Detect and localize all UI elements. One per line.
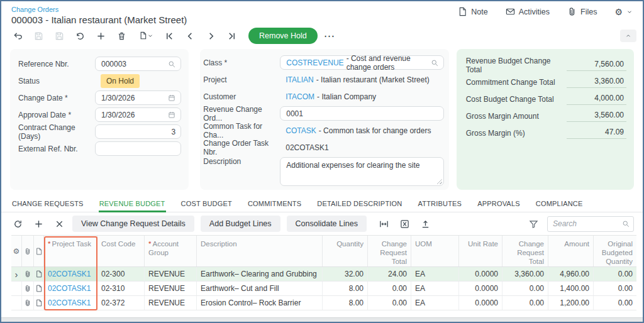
customer-code-link[interactable]: ITACOM	[286, 92, 314, 101]
cost-code-cell[interactable]: 02-300	[97, 267, 145, 281]
cost-code-cell[interactable]: 02-310	[97, 282, 145, 295]
last-record-button[interactable]	[224, 28, 239, 43]
column-header-account-group[interactable]: *Account Group	[145, 236, 197, 266]
add-budget-lines-button[interactable]: Add Budget Lines	[201, 216, 280, 232]
row-expand-cell[interactable]: ›	[11, 267, 22, 281]
resize-handle[interactable]	[436, 178, 442, 184]
uom-cell[interactable]: EA	[411, 296, 459, 310]
delete-button[interactable]	[114, 28, 129, 43]
filter-button[interactable]	[529, 219, 538, 229]
project-code-link[interactable]: ITALIAN	[286, 75, 313, 84]
contract-change-input[interactable]: 3	[95, 124, 181, 139]
tab-revenue-budget[interactable]: REVENUE BUDGET	[99, 195, 166, 212]
external-ref-input[interactable]	[95, 141, 181, 156]
row-note-cell[interactable]	[34, 296, 44, 310]
column-header-amount[interactable]: Amount	[548, 236, 594, 266]
refresh-button[interactable]	[10, 216, 25, 231]
row-note-cell[interactable]	[34, 267, 44, 281]
attachments-column-header[interactable]	[22, 236, 34, 266]
quantity-cell[interactable]: 8.00	[323, 296, 368, 310]
reference-nbr-input[interactable]: 000003	[95, 57, 181, 71]
more-actions-button[interactable]: ⋯	[324, 30, 335, 43]
unit-rate-cell[interactable]: 0.0000	[459, 267, 502, 281]
quantity-cell[interactable]: 8.00	[323, 282, 368, 295]
fit-to-screen-button[interactable]	[377, 216, 392, 231]
common-task-code-link[interactable]: COTASK	[286, 126, 316, 135]
change-request-total-amount-cell[interactable]: 0.00	[502, 296, 548, 310]
column-header-cost-code[interactable]: Cost Code	[97, 236, 145, 266]
column-header-project-task[interactable]: *Project Task	[44, 236, 97, 266]
row-attachment-cell[interactable]	[22, 267, 34, 281]
original-budgeted-quantity-cell[interactable]: 0.00	[594, 282, 636, 295]
tab-attributes[interactable]: ATTRIBUTES	[418, 195, 463, 212]
column-header-description[interactable]: Description	[197, 236, 323, 266]
amount-cell[interactable]: 4,960.00	[548, 267, 594, 281]
column-header-original-budgeted-quantity[interactable]: Original Budgeted Quantity	[594, 236, 636, 266]
unit-rate-cell[interactable]: 0.0000	[459, 296, 502, 310]
import-from-file-button[interactable]	[418, 216, 433, 231]
project-task-link[interactable]: 02COTASK1	[48, 284, 91, 293]
calendar-icon[interactable]	[168, 94, 175, 102]
account-group-cell[interactable]: REVENUE	[145, 282, 197, 295]
account-group-cell[interactable]: REVENUE	[145, 267, 197, 281]
cancel-undo-button[interactable]	[72, 28, 87, 43]
original-budgeted-quantity-cell[interactable]: 0.00	[594, 296, 636, 310]
approval-date-input[interactable]: 1/30/2026	[95, 107, 181, 122]
amount-cell[interactable]: 1,200.00	[548, 296, 594, 310]
change-request-total-amount-cell[interactable]: 3,360.00	[502, 267, 548, 281]
activities-button[interactable]: Activities	[506, 7, 550, 16]
view-change-request-details-button[interactable]: View Change Request Details	[72, 216, 194, 232]
notes-column-header[interactable]	[34, 236, 44, 266]
column-header-unit-rate[interactable]: Unit Rate	[459, 236, 502, 266]
row-expand-cell[interactable]	[11, 282, 22, 295]
revenue-change-order-input[interactable]: 0001	[280, 106, 443, 121]
settings-menu-button[interactable]: ⚙	[614, 8, 633, 16]
column-header-change-request-total-quantity[interactable]: Change Request Total Quantity	[368, 236, 411, 266]
files-button[interactable]: Files	[567, 7, 597, 16]
row-attachment-cell[interactable]	[22, 282, 34, 295]
row-note-cell[interactable]	[34, 282, 44, 295]
amount-cell[interactable]: 1,400.00	[548, 282, 594, 295]
project-task-link[interactable]: 02COTASK1	[48, 298, 91, 307]
project-task-link[interactable]: 02COTASK1	[48, 270, 91, 278]
collapse-panel-button[interactable]	[620, 30, 636, 42]
search-input[interactable]	[547, 216, 634, 232]
tab-detailed-description[interactable]: DETAILED DESCRIPTION	[316, 195, 402, 212]
export-to-excel-button[interactable]	[397, 216, 413, 231]
table-row[interactable]: › 02COTASK1 02-300 REVENUE Earthwork– Cl…	[11, 267, 636, 282]
description-cell[interactable]: Earthwork– Cut and Fill	[197, 282, 323, 295]
tab-commitments[interactable]: COMMITMENTS	[247, 195, 302, 212]
unit-rate-cell[interactable]: 0.0000	[459, 282, 502, 295]
description-textarea[interactable]: Additional expenses for clearing the sit…	[280, 157, 443, 186]
change-request-total-quantity-cell[interactable]: 0.00	[368, 296, 411, 310]
quantity-cell[interactable]: 32.00	[323, 267, 368, 281]
remove-hold-button[interactable]: Remove Hold	[248, 28, 318, 44]
table-row[interactable]: 02COTASK1 02-310 REVENUE Earthwork– Cut …	[11, 282, 636, 296]
class-code-link[interactable]: COSTREVENUE	[286, 58, 343, 67]
column-header-change-request-total-amount[interactable]: Change Request Total Amount	[502, 236, 548, 266]
tab-approvals[interactable]: APPROVALS	[477, 195, 521, 212]
uom-cell[interactable]: EA	[411, 267, 459, 281]
description-cell[interactable]: Earthwork– Clearing and Grubbing	[197, 267, 323, 281]
search-icon[interactable]	[431, 59, 438, 67]
next-record-button[interactable]	[203, 28, 218, 43]
tab-compliance[interactable]: COMPLIANCE	[535, 195, 584, 212]
row-expand-cell[interactable]	[11, 296, 22, 310]
class-input[interactable]: COSTREVENUE - Cost and revenue change or…	[280, 55, 443, 70]
cost-code-cell[interactable]: 02-372	[97, 296, 145, 310]
grid-settings-header[interactable]: ⚙	[11, 236, 22, 266]
delete-row-button[interactable]	[52, 216, 67, 231]
consolidate-lines-button[interactable]: Consolidate Lines	[287, 216, 367, 232]
uom-cell[interactable]: EA	[411, 282, 459, 295]
column-header-uom[interactable]: UOM	[411, 236, 459, 266]
change-date-input[interactable]: 1/30/2026	[95, 90, 181, 105]
add-row-button[interactable]	[31, 216, 46, 231]
change-request-total-quantity-cell[interactable]: 24.00	[368, 267, 411, 281]
add-new-button[interactable]	[93, 28, 108, 43]
description-cell[interactable]: Erosion Control– Rock Barrier	[197, 296, 323, 310]
change-request-total-quantity-cell[interactable]: 0.00	[368, 282, 411, 295]
column-header-quantity[interactable]: Quantity	[323, 236, 368, 266]
row-attachment-cell[interactable]	[22, 296, 34, 310]
account-group-cell[interactable]: REVENUE	[145, 296, 197, 310]
original-budgeted-quantity-cell[interactable]: 0.00	[594, 267, 636, 281]
